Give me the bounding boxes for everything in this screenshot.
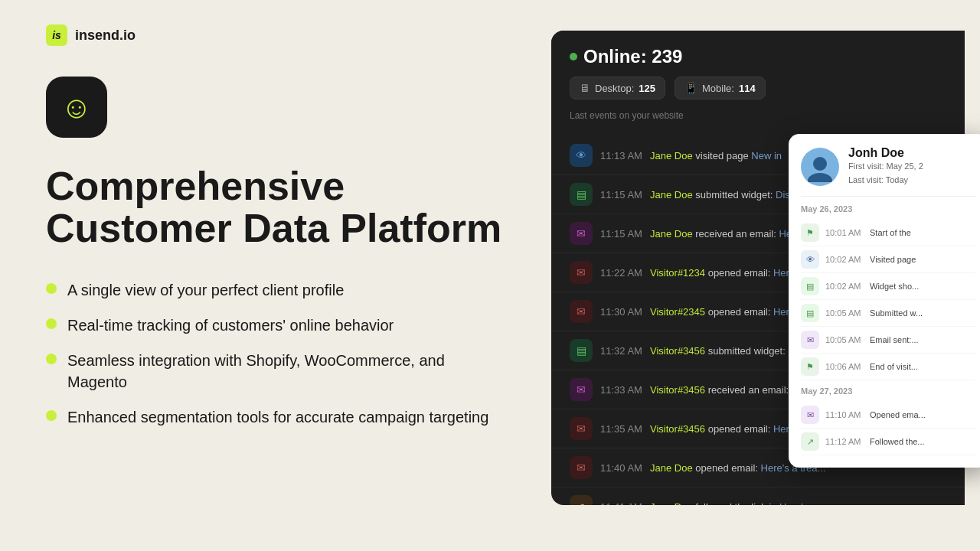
- feature-item-1: A single view of your perfect client pro…: [46, 279, 505, 301]
- bullet-4: [46, 410, 57, 421]
- logo-name: insend.io: [75, 28, 136, 44]
- feature-item-4: Enhanced segmentation tools for accurate…: [46, 406, 505, 428]
- profile-event-text: Opened ema...: [870, 410, 975, 419]
- desktop-badge: 🖥 Desktop: 125: [570, 77, 665, 99]
- profile-event-icon: ▤: [801, 277, 819, 295]
- profile-date-section-1: May 26, 2023: [801, 204, 975, 214]
- profile-card: Jonh Doe First visit: May 25, 2 Last vis…: [789, 134, 980, 468]
- bullet-3: [46, 354, 57, 364]
- event-time: 11:30 AM: [600, 306, 642, 318]
- profile-event-icon: 👁: [801, 250, 819, 269]
- profile-event-time: 11:12 AM: [825, 437, 864, 446]
- profile-event-row[interactable]: ⚑ 10:01 AM Start of the: [801, 220, 975, 246]
- feature-item-3: Seamless integration with Shopify, WooCo…: [46, 350, 505, 393]
- event-icon: ✉: [570, 222, 593, 245]
- profile-event-row[interactable]: ✉ 11:10 AM Opened ema...: [801, 402, 975, 429]
- profile-event-icon: ✉: [801, 331, 819, 349]
- headline: Comprehensive Customer Data Platform: [46, 165, 505, 249]
- right-section: ✦ ✦ Online: 239 🖥 Desktop: 125 📱 Mobile:: [551, 0, 980, 551]
- profile-event-row[interactable]: ↗ 11:12 AM Followed the...: [801, 429, 975, 455]
- event-icon: 👁: [570, 144, 593, 167]
- profile-divider: [801, 196, 975, 197]
- online-indicator: Online: 239: [570, 46, 946, 67]
- profile-event-text: Widget sho...: [870, 282, 975, 291]
- event-icon: ✉: [570, 261, 593, 284]
- smiley-icon: ☺: [61, 90, 93, 125]
- profile-events-day1: ⚑ 10:01 AM Start of the 👁 10:02 AM Visit…: [801, 220, 975, 380]
- profile-date-section-2: May 27, 2023: [801, 386, 975, 396]
- event-icon: ✉: [570, 456, 593, 479]
- online-dot: [570, 53, 577, 60]
- event-time: 11:22 AM: [600, 267, 642, 279]
- profile-avatar: [801, 148, 839, 186]
- profile-event-row[interactable]: ▤ 10:05 AM Submitted w...: [801, 300, 975, 327]
- left-section: is insend.io ☺ Comprehensive Customer Da…: [0, 0, 551, 551]
- profile-event-icon: ↗: [801, 432, 819, 451]
- feature-item-2: Real-time tracking of customers' online …: [46, 315, 505, 336]
- event-time: 11:15 AM: [600, 228, 642, 240]
- event-time: 11:33 AM: [600, 384, 642, 396]
- profile-event-icon: ⚑: [801, 357, 819, 376]
- desktop-icon: 🖥: [580, 82, 590, 94]
- profile-event-row[interactable]: ⚑ 10:06 AM End of visit...: [801, 354, 975, 380]
- event-icon: ✉: [570, 417, 593, 440]
- profile-name: Jonh Doe: [848, 146, 975, 160]
- event-icon: ▤: [570, 339, 593, 362]
- profile-meta: First visit: May 25, 2 Last visit: Today: [848, 160, 975, 187]
- profile-event-text: End of visit...: [870, 362, 975, 371]
- profile-info: Jonh Doe First visit: May 25, 2 Last vis…: [848, 146, 975, 187]
- event-time: 11:15 AM: [600, 189, 642, 201]
- event-icon: ↗: [570, 495, 593, 505]
- event-icon: ▤: [570, 183, 593, 206]
- event-icon: ✉: [570, 300, 593, 323]
- online-text: Online: 239: [583, 46, 682, 67]
- profile-event-time: 10:06 AM: [825, 362, 864, 371]
- profile-event-time: 11:10 AM: [825, 410, 864, 419]
- profile-event-row[interactable]: 👁 10:02 AM Visited page: [801, 246, 975, 273]
- event-time: 11:40 AM: [600, 462, 642, 474]
- profile-event-time: 10:05 AM: [825, 308, 864, 318]
- features-list: A single view of your perfect client pro…: [46, 279, 505, 428]
- device-badges: 🖥 Desktop: 125 📱 Mobile: 114: [570, 77, 946, 99]
- profile-event-row[interactable]: ▤ 10:02 AM Widget sho...: [801, 273, 975, 300]
- event-row[interactable]: ↗ 11:41 AM Jane Doe followed the link in…: [551, 487, 965, 505]
- profile-event-icon: ⚑: [801, 223, 819, 242]
- profile-event-time: 10:01 AM: [825, 228, 864, 237]
- last-events-label: Last events on your website: [570, 110, 946, 121]
- event-icon: ✉: [570, 378, 593, 401]
- profile-event-text: Start of the: [870, 228, 975, 237]
- profile-header: Jonh Doe First visit: May 25, 2 Last vis…: [801, 146, 975, 187]
- event-time: 11:13 AM: [600, 150, 642, 161]
- bullet-1: [46, 283, 57, 294]
- logo-icon: is: [46, 24, 67, 46]
- profile-events-day2: ✉ 11:10 AM Opened ema... ↗ 11:12 AM Foll…: [801, 402, 975, 455]
- profile-event-text: Submitted w...: [870, 308, 975, 318]
- profile-event-text: Followed the...: [870, 437, 975, 446]
- profile-event-text: Email sent:...: [870, 335, 975, 344]
- profile-event-text: Visited page: [870, 255, 975, 264]
- dashboard-header: Online: 239 🖥 Desktop: 125 📱 Mobile: 114…: [551, 31, 965, 136]
- mobile-icon: 📱: [684, 82, 697, 94]
- profile-event-time: 10:02 AM: [825, 255, 864, 264]
- bullet-2: [46, 318, 57, 329]
- profile-event-row[interactable]: ✉ 10:05 AM Email sent:...: [801, 327, 975, 354]
- svg-point-0: [813, 157, 827, 171]
- event-time: 11:41 AM: [600, 501, 642, 506]
- svg-point-1: [808, 173, 832, 182]
- logo-area: is insend.io: [46, 24, 505, 46]
- app-icon: ☺: [46, 77, 107, 138]
- mobile-badge: 📱 Mobile: 114: [675, 77, 766, 99]
- profile-event-icon: ▤: [801, 304, 819, 322]
- profile-event-icon: ✉: [801, 406, 819, 424]
- event-time: 11:35 AM: [600, 423, 642, 435]
- profile-event-time: 10:05 AM: [825, 335, 864, 344]
- event-time: 11:32 AM: [600, 345, 642, 357]
- event-text: Jane Doe followed the link in Here's a..…: [650, 501, 946, 506]
- profile-event-time: 10:02 AM: [825, 282, 864, 291]
